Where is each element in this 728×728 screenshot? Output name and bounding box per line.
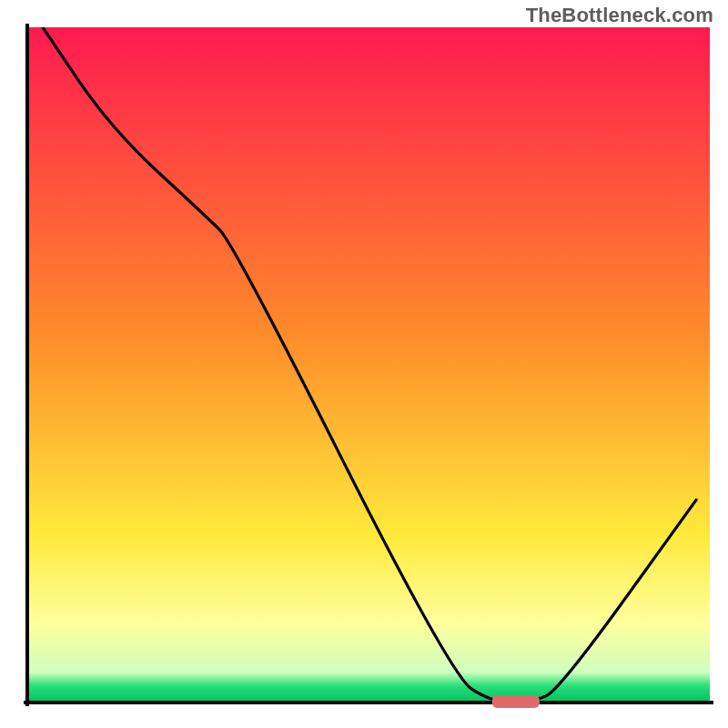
chart-svg — [0, 0, 728, 728]
watermark-text: TheBottleneck.com — [526, 4, 713, 27]
gradient-background — [29, 27, 710, 703]
optimal-marker — [492, 695, 540, 708]
chart-canvas: TheBottleneck.com — [0, 0, 728, 728]
